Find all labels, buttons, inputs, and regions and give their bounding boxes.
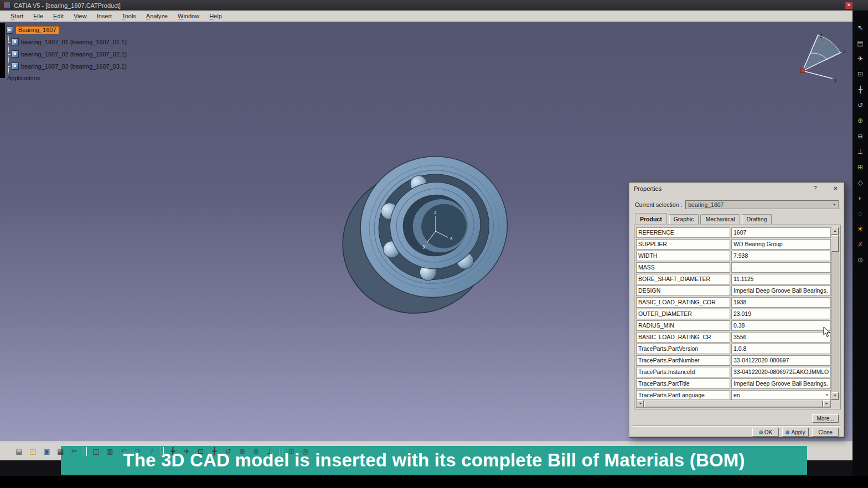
property-value[interactable]: 33-04122020-080697 bbox=[731, 355, 831, 366]
view-compass[interactable]: z x y bbox=[786, 31, 850, 84]
hide-show-icon[interactable]: ✗ bbox=[856, 241, 865, 249]
menu-view[interactable]: View bbox=[69, 12, 92, 20]
tree-root-item[interactable]: Bearing_1607 bbox=[6, 26, 59, 34]
property-value[interactable]: 11.1125 bbox=[731, 274, 831, 284]
tree-item-bearing-02[interactable]: bearing_1607_02 (bearing_1607_02.1) bbox=[12, 50, 127, 58]
scroll-up-icon[interactable]: ▲ bbox=[831, 227, 839, 235]
tab-drafting[interactable]: Drafting bbox=[742, 214, 772, 224]
property-value[interactable]: WD Bearing Group bbox=[731, 239, 831, 250]
scroll-right-icon[interactable]: ► bbox=[823, 400, 830, 407]
menu-tools[interactable]: Tools bbox=[117, 12, 141, 20]
current-selection-field[interactable]: bearing_1607 ▼ bbox=[685, 200, 839, 209]
zoom-in-icon[interactable]: ⊕ bbox=[856, 117, 865, 125]
property-value[interactable]: Imperial Deep Groove Ball Bearings, Bore bbox=[731, 285, 831, 296]
property-value[interactable]: Imperial Deep Groove Ball Bearings, Bore bbox=[731, 378, 831, 389]
chevron-down-icon[interactable]: ▼ bbox=[833, 203, 836, 206]
magnifier-icon[interactable]: ⊙ bbox=[856, 256, 865, 264]
tree-item-label[interactable]: Applications bbox=[7, 75, 40, 81]
tree-item-label[interactable]: bearing_1607_01 (bearing_1607_01.1) bbox=[21, 39, 127, 45]
tab-mechanical[interactable]: Mechanical bbox=[700, 214, 740, 224]
vertical-scroll-thumb[interactable] bbox=[831, 235, 839, 252]
open-folder-icon[interactable]: ◰ bbox=[28, 447, 38, 456]
tree-item-applications[interactable]: Applications bbox=[7, 75, 40, 81]
spec-tree-icon[interactable]: ▤ bbox=[856, 39, 865, 48]
fly-mode-2-icon[interactable]: ✈ bbox=[182, 447, 192, 456]
horizontal-scrollbar[interactable]: ◄ ► bbox=[636, 399, 831, 408]
tree-item-bearing-01[interactable]: bearing_1607_01 (bearing_1607_01.1) bbox=[12, 38, 127, 45]
menu-start[interactable]: Start bbox=[6, 12, 28, 20]
menu-help[interactable]: Help bbox=[204, 12, 227, 20]
dialog-close-icon[interactable]: ✕ bbox=[831, 185, 840, 193]
pan-icon[interactable]: ╋ bbox=[856, 86, 865, 94]
paste-icon[interactable]: ▥ bbox=[105, 447, 115, 456]
bearing-geometry[interactable] bbox=[325, 141, 525, 326]
scroll-left-icon[interactable]: ◄ bbox=[637, 400, 644, 407]
tree-item-bearing-03[interactable]: bearing_1607_03 (bearing_1607_03.1) bbox=[12, 63, 127, 70]
fit-all-in-icon[interactable]: ⊡ bbox=[856, 70, 865, 79]
tab-graphic[interactable]: Graphic bbox=[669, 214, 699, 224]
normal-view-icon[interactable]: ⊥ bbox=[856, 148, 865, 156]
print-icon[interactable]: ▦ bbox=[56, 447, 65, 456]
zoom-out-2-icon[interactable]: ⊖ bbox=[251, 447, 261, 456]
iso-view-icon[interactable]: ◇ bbox=[856, 179, 865, 187]
fit-all-2-icon[interactable]: ⊡ bbox=[196, 447, 205, 456]
copy-icon[interactable]: ◫ bbox=[91, 447, 101, 456]
rotate-2-icon[interactable]: ↺ bbox=[224, 447, 233, 456]
cut-icon[interactable]: ✂ bbox=[70, 447, 79, 456]
zoom-out-icon[interactable]: ⊖ bbox=[856, 132, 865, 141]
property-value[interactable]: 1.0.8 bbox=[731, 344, 831, 354]
property-value[interactable]: 0.38 bbox=[731, 320, 831, 331]
apply-button[interactable]: Apply bbox=[782, 428, 809, 437]
window-close-icon[interactable]: ✕ bbox=[845, 2, 852, 9]
shaded-view-icon[interactable]: ◐ bbox=[856, 194, 865, 203]
redo-icon[interactable]: ↷ bbox=[133, 447, 142, 456]
multi-view-2-icon[interactable]: ⊞ bbox=[287, 447, 296, 456]
menu-insert[interactable]: Insert bbox=[92, 12, 117, 20]
dialog-help-icon[interactable]: ? bbox=[811, 185, 819, 193]
vertical-scrollbar[interactable]: ▲ ▼ bbox=[831, 227, 839, 400]
property-name: BASIC_LOAD_RATING_CR bbox=[636, 332, 730, 342]
horizontal-scroll-thumb[interactable] bbox=[644, 401, 823, 407]
whats-this-icon[interactable]: ╋ bbox=[168, 447, 178, 456]
property-value[interactable]: 3556 bbox=[731, 332, 831, 342]
bearing-3d-model[interactable]: z x y bbox=[318, 138, 551, 326]
ok-button[interactable]: OK bbox=[752, 428, 779, 437]
more-button[interactable]: More... bbox=[812, 414, 839, 423]
menu-file[interactable]: File bbox=[28, 12, 48, 20]
property-name: MASS bbox=[636, 262, 730, 273]
rotate-icon[interactable]: ↺ bbox=[856, 101, 865, 110]
tab-product[interactable]: Product bbox=[635, 213, 667, 224]
chevron-down-icon[interactable]: ▼ bbox=[824, 391, 829, 400]
tree-item-label[interactable]: bearing_1607_02 (bearing_1607_02.1) bbox=[21, 51, 127, 58]
measure-icon[interactable]: ◎ bbox=[301, 447, 310, 456]
tree-anchor-bar[interactable] bbox=[0, 23, 5, 78]
zoom-in-2-icon[interactable]: ⊕ bbox=[237, 447, 247, 456]
help-icon[interactable]: ? bbox=[147, 447, 156, 456]
fly-mode-icon[interactable]: ✈ bbox=[856, 55, 865, 63]
undo-icon[interactable]: ↶ bbox=[119, 447, 128, 456]
property-value[interactable]: 1938 bbox=[731, 297, 831, 308]
wireframe-view-icon[interactable]: ◌ bbox=[856, 210, 865, 218]
save-icon[interactable]: ▣ bbox=[42, 447, 51, 456]
menu-window[interactable]: Window bbox=[173, 12, 204, 20]
menu-edit[interactable]: Edit bbox=[48, 12, 69, 20]
property-value[interactable]: - bbox=[731, 262, 831, 273]
tree-root-label[interactable]: Bearing_1607 bbox=[16, 26, 59, 34]
dialog-title-bar[interactable]: Properties ? ✕ bbox=[629, 183, 844, 194]
light-icon[interactable]: ☀ bbox=[856, 225, 865, 233]
select-arrow-icon[interactable]: ↖ bbox=[856, 24, 865, 32]
normal-view-2-icon[interactable]: ⊥ bbox=[265, 447, 275, 456]
property-value[interactable]: 23.019 bbox=[731, 309, 831, 319]
property-value[interactable]: 33-04122020-0806972EAKOJMMLOW7IE2 bbox=[731, 367, 831, 377]
menu-analyze[interactable]: Analyze bbox=[141, 12, 173, 20]
property-name: BORE_SHAFT_DIAMETER bbox=[636, 274, 730, 284]
multi-view-icon[interactable]: ⊞ bbox=[856, 163, 865, 172]
close-button[interactable]: Close bbox=[812, 428, 839, 437]
catia-logo-icon bbox=[4, 2, 10, 8]
property-value[interactable]: 1607 bbox=[731, 227, 831, 238]
new-document-icon[interactable]: ▤ bbox=[14, 447, 24, 456]
scroll-down-icon[interactable]: ▼ bbox=[831, 392, 839, 399]
property-value[interactable]: 7.938 bbox=[731, 251, 831, 261]
tree-item-label[interactable]: bearing_1607_03 (bearing_1607_03.1) bbox=[21, 63, 127, 70]
pan-2-icon[interactable]: ╋ bbox=[210, 447, 219, 456]
